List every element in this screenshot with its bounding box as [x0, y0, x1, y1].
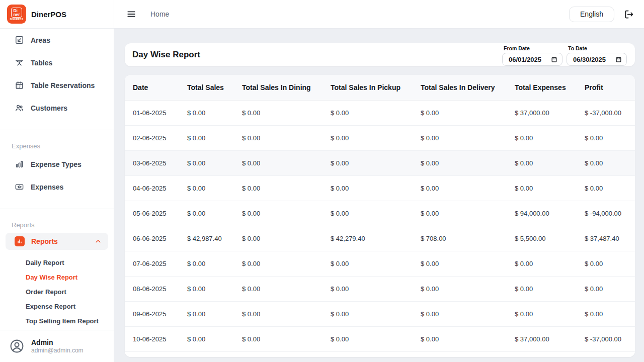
- table-cell: $ 0.00: [179, 301, 234, 326]
- to-date-value: 06/30/2025: [573, 56, 612, 63]
- customers-icon: [15, 103, 24, 113]
- sidebar-item-tables[interactable]: Tables: [0, 51, 114, 74]
- to-date-input[interactable]: 06/30/2025: [567, 53, 627, 66]
- submenu-item-top-selling-item-report[interactable]: Top Selling Item Report: [0, 314, 114, 328]
- submenu-item-expense-report[interactable]: Expense Report: [0, 299, 114, 314]
- table-cell: $ 5,500.00: [507, 226, 577, 251]
- section-label-reports: Reports: [12, 221, 114, 229]
- calendar-icon[interactable]: [551, 56, 557, 63]
- table-cell: $ 37,000.00: [507, 100, 577, 125]
- table-row-partial: [125, 351, 635, 357]
- table-row: 09-06-2025$ 0.00$ 0.00$ 0.00$ 0.00$ 0.00…: [125, 301, 635, 326]
- table-cell: $ 0.00: [234, 150, 323, 175]
- table-row: 10-06-2025$ 0.00$ 0.00$ 0.00$ 0.00$ 37,0…: [125, 326, 635, 351]
- sidebar-item-areas[interactable]: Areas: [0, 29, 114, 51]
- sidebar-nav-main: AreasTablesTable ReservationsCustomers: [0, 29, 114, 119]
- submenu-item-daily-report[interactable]: Daily Report: [0, 255, 114, 270]
- table-row: 06-06-2025$ 42,987.40$ 0.00$ 42,279.40$ …: [125, 226, 635, 251]
- table-cell: $ 37,000.00: [507, 326, 577, 351]
- table-row: 03-06-2025$ 0.00$ 0.00$ 0.00$ 0.00$ 0.00…: [125, 150, 635, 175]
- column-header-total-sales: Total Sales: [179, 75, 234, 100]
- sidebar-item-reports[interactable]: Reports: [6, 233, 108, 250]
- table-cell: $ 0.00: [234, 175, 323, 201]
- table-cell: $ 0.00: [413, 175, 507, 201]
- tables-icon: [15, 58, 24, 67]
- table-cell: 01-06-2025: [125, 100, 179, 125]
- user-panel[interactable]: Admin admin@admin.com: [0, 330, 114, 362]
- day-wise-report-table: DateTotal SalesTotal Sales In DiningTota…: [125, 75, 635, 357]
- table-cell: $ 0.00: [323, 326, 413, 351]
- table-cell: $ 0.00: [179, 276, 234, 301]
- table-cell: $ -94,000.00: [577, 201, 635, 226]
- chevron-up-icon: [94, 237, 102, 245]
- table-cell: $ 0.00: [413, 326, 507, 351]
- sidebar-item-table-reservations[interactable]: Table Reservations: [0, 74, 114, 97]
- breadcrumb[interactable]: Home: [150, 10, 169, 18]
- brand[interactable]: Di ner DINERPOS DinerPOS: [0, 0, 114, 29]
- sidebar-nav-expenses: Expense TypesExpenses: [0, 153, 114, 198]
- table-cell: $ 0.00: [507, 276, 577, 301]
- content: Day Wise Report From Date 06/01/2025 To …: [114, 29, 644, 357]
- table-cell: $ 94,000.00: [507, 201, 577, 226]
- from-date-value: 06/01/2025: [509, 56, 548, 63]
- hamburger-menu-icon[interactable]: [126, 9, 136, 19]
- table-cell: $ 0.00: [577, 276, 635, 301]
- table-cell: $ 0.00: [577, 150, 635, 175]
- table-cell: $ 0.00: [577, 301, 635, 326]
- table-row: 01-06-2025$ 0.00$ 0.00$ 0.00$ 0.00$ 37,0…: [125, 100, 635, 125]
- table-cell: 02-06-2025: [125, 125, 179, 150]
- sidebar-item-expenses[interactable]: Expenses: [0, 175, 114, 198]
- user-name: Admin: [31, 338, 84, 347]
- report-table-card: DateTotal SalesTotal Sales In DiningTota…: [125, 75, 635, 357]
- brand-name: DinerPOS: [31, 10, 66, 19]
- table-cell: $ 37,487.40: [577, 226, 635, 251]
- column-header-date: Date: [125, 75, 179, 100]
- table-cell: $ 0.00: [413, 125, 507, 150]
- submenu-item-day-wise-report[interactable]: Day Wise Report: [0, 270, 114, 285]
- language-button[interactable]: English: [569, 7, 614, 22]
- logout-icon[interactable]: [623, 9, 634, 20]
- table-cell: $ 42,987.40: [179, 226, 234, 251]
- page-title: Day Wise Report: [132, 50, 200, 60]
- table-cell: $ 0.00: [323, 175, 413, 201]
- table-cell: $ 0.00: [507, 175, 577, 201]
- submenu-item-order-report[interactable]: Order Report: [0, 285, 114, 299]
- sidebar-item-expense-types[interactable]: Expense Types: [0, 153, 114, 175]
- user-email: admin@admin.com: [31, 347, 84, 355]
- table-cell: $ 0.00: [179, 100, 234, 125]
- to-date-label: To Date: [568, 45, 627, 51]
- table-cell: 07-06-2025: [125, 251, 179, 276]
- sidebar: Di ner DINERPOS DinerPOS AreasTablesTabl…: [0, 0, 114, 362]
- sidebar-item-customers[interactable]: Customers: [0, 97, 114, 119]
- table-cell: $ 0.00: [413, 251, 507, 276]
- areas-icon: [15, 35, 24, 45]
- from-date-label: From Date: [504, 45, 562, 51]
- table-header-row: DateTotal SalesTotal Sales In DiningTota…: [125, 75, 635, 100]
- banknote-icon: [15, 182, 24, 192]
- table-cell: 06-06-2025: [125, 226, 179, 251]
- column-header-total-sales-in-dining: Total Sales In Dining: [234, 75, 323, 100]
- from-date-input[interactable]: 06/01/2025: [502, 53, 562, 66]
- logo-text-mid: ner: [13, 13, 20, 17]
- table-cell: $ 0.00: [234, 251, 323, 276]
- table-cell: $ 0.00: [413, 201, 507, 226]
- table-row: 08-06-2025$ 0.00$ 0.00$ 0.00$ 0.00$ 0.00…: [125, 276, 635, 301]
- reports-submenu: Daily ReportDay Wise ReportOrder ReportE…: [0, 250, 114, 328]
- table-cell: $ 0.00: [323, 301, 413, 326]
- table-cell: 05-06-2025: [125, 201, 179, 226]
- table-cell: $ 0.00: [413, 100, 507, 125]
- calendar-icon[interactable]: [615, 56, 622, 63]
- table-cell: 03-06-2025: [125, 150, 179, 175]
- column-header-total-sales-in-pickup: Total Sales In Pickup: [323, 75, 413, 100]
- table-cell: $ 0.00: [577, 125, 635, 150]
- reports-icon: [15, 236, 25, 246]
- table-cell: $ 0.00: [179, 201, 234, 226]
- table-cell: $ 0.00: [413, 150, 507, 175]
- table-cell: $ 0.00: [234, 226, 323, 251]
- table-cell: $ 0.00: [507, 251, 577, 276]
- bar-chart-icon: [15, 159, 24, 169]
- user-avatar-icon: [9, 338, 25, 354]
- table-cell: $ 0.00: [179, 150, 234, 175]
- table-row: 04-06-2025$ 0.00$ 0.00$ 0.00$ 0.00$ 0.00…: [125, 175, 635, 201]
- table-cell: $ 0.00: [323, 100, 413, 125]
